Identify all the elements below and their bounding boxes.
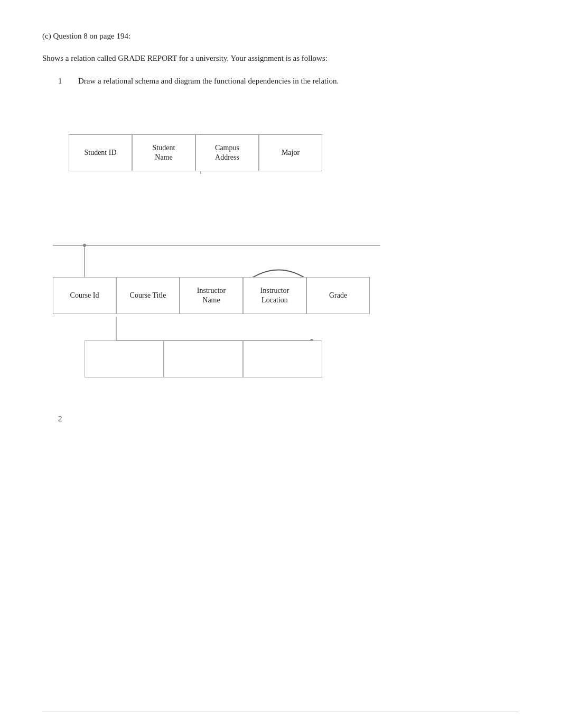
major-box: Major bbox=[259, 134, 322, 171]
student-name-box: StudentName bbox=[132, 134, 195, 171]
task-item-1: 1 Draw a relational schema and diagram t… bbox=[58, 75, 519, 87]
task-list: 1 Draw a relational schema and diagram t… bbox=[58, 75, 519, 87]
grade-label: Grade bbox=[329, 291, 347, 300]
description-text: Shows a relation called GRADE REPORT for… bbox=[42, 52, 519, 64]
instructor-name-box: InstructorName bbox=[180, 277, 243, 314]
question-header: (c) Question 8 on page 194: bbox=[42, 32, 519, 41]
student-name-label: StudentName bbox=[153, 143, 175, 162]
diagram-area: Student ID StudentName CampusAddress Maj… bbox=[53, 103, 380, 399]
extra-box-2 bbox=[164, 340, 243, 377]
bottom-attribute-row: Course Id Course Title InstructorName In… bbox=[53, 277, 370, 314]
grade-box: Grade bbox=[306, 277, 370, 314]
student-id-label: Student ID bbox=[84, 148, 116, 158]
course-id-label: Course Id bbox=[70, 291, 99, 300]
major-label: Major bbox=[282, 148, 300, 158]
course-title-box: Course Title bbox=[116, 277, 180, 314]
task-text-1: Draw a relational schema and diagram the… bbox=[78, 75, 339, 87]
footer-divider bbox=[42, 712, 519, 712]
course-id-box: Course Id bbox=[53, 277, 116, 314]
instructor-name-label: InstructorName bbox=[197, 286, 226, 305]
instructor-location-label: InstructorLocation bbox=[260, 286, 289, 305]
instructor-location-box: InstructorLocation bbox=[243, 277, 306, 314]
extra-box-3 bbox=[243, 340, 322, 377]
campus-address-label: CampusAddress bbox=[215, 143, 239, 162]
campus-address-box: CampusAddress bbox=[195, 134, 259, 171]
course-title-label: Course Title bbox=[130, 291, 166, 300]
task-num-1: 1 bbox=[58, 75, 68, 87]
third-row bbox=[85, 340, 322, 377]
student-id-box: Student ID bbox=[69, 134, 132, 171]
top-attribute-row: Student ID StudentName CampusAddress Maj… bbox=[69, 134, 322, 171]
extra-box-1 bbox=[85, 340, 164, 377]
svg-point-7 bbox=[83, 244, 86, 247]
step2-label: 2 bbox=[58, 414, 519, 423]
